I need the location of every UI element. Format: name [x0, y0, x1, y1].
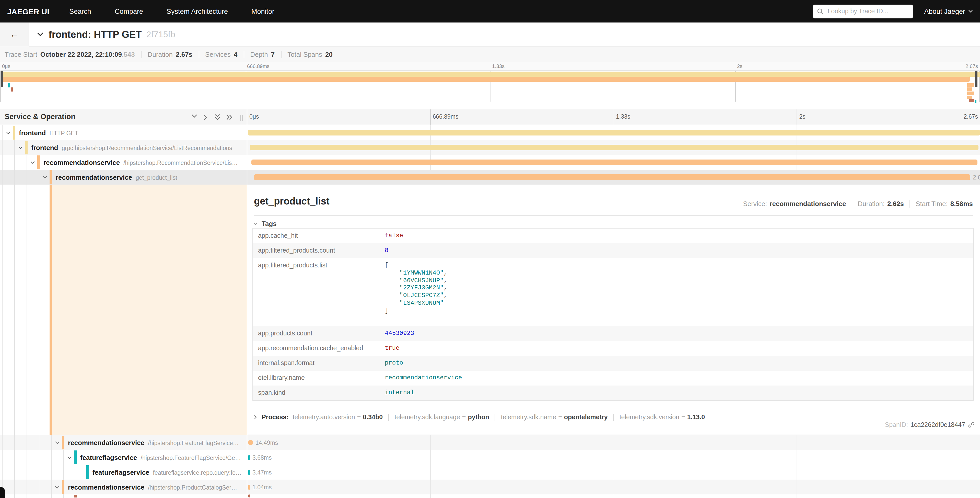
- tag-row[interactable]: app.products.count44530923: [253, 326, 974, 341]
- collapse-one-icon[interactable]: [191, 114, 198, 119]
- title-divider: [254, 215, 973, 216]
- stat-separator: [199, 51, 199, 58]
- span-service-name[interactable]: frontendHTTP GET: [19, 129, 78, 137]
- trace-minimap[interactable]: [0, 70, 980, 102]
- span-duration-bar[interactable]: [248, 469, 250, 475]
- indent-guide: [39, 450, 39, 465]
- indent-guide: [27, 170, 27, 185]
- span-timeline-cell[interactable]: [247, 495, 980, 498]
- chevron-down-icon: [968, 10, 973, 13]
- service-operation-header: Service & Operation: [5, 112, 75, 121]
- trace-id-lookup-input[interactable]: [826, 7, 909, 15]
- indent-guide: [76, 465, 76, 480]
- span-rows-area: frontendHTTP GETfrontendgrpc.hipstershop…: [0, 125, 980, 498]
- minimap-left-scrubber[interactable]: [1, 71, 3, 87]
- indent-guide: [39, 480, 39, 495]
- span-service-name[interactable]: featureflagservicefeatureflagservice.rep…: [92, 468, 242, 476]
- span-duration-bar[interactable]: [251, 160, 977, 165]
- span-timeline-cell[interactable]: [247, 125, 980, 140]
- indent-guide: [51, 435, 52, 450]
- span-service-name[interactable]: frontendgrpc.hipstershop.RecommendationS…: [31, 144, 232, 152]
- expand-all-icon[interactable]: [226, 114, 233, 121]
- app-logo[interactable]: JAEGER UI: [0, 7, 57, 16]
- link-icon[interactable]: [968, 421, 975, 428]
- tag-row[interactable]: app.filtered_products.list[ "1YMWWN1N4O"…: [253, 258, 974, 326]
- collapse-all-icon[interactable]: [214, 114, 221, 121]
- column-resize-handle[interactable]: [240, 115, 243, 121]
- indent-guide: [27, 465, 27, 480]
- span-row[interactable]: recommendationservice/hipstershop.Produc…: [0, 480, 980, 495]
- span-service-name[interactable]: recommendationservice/hipstershop.Recomm…: [43, 158, 238, 166]
- tag-row[interactable]: app.filtered_products.count8: [253, 243, 974, 258]
- span-duration-bar[interactable]: [248, 484, 250, 490]
- span-toggle-chevron-icon[interactable]: [6, 130, 11, 135]
- process-row[interactable]: Process:telemetry.auto.version=0.34b0tel…: [253, 412, 705, 423]
- tag-row[interactable]: otel.library.namerecommendationservice: [253, 371, 974, 386]
- expand-one-icon[interactable]: [204, 114, 208, 121]
- span-toggle-chevron-icon[interactable]: [55, 484, 60, 490]
- span-duration-bar[interactable]: [254, 174, 970, 180]
- trace-id-lookup[interactable]: [813, 4, 913, 18]
- span-row[interactable]: featureflagservice/hipstershop.FeatureFl…: [0, 450, 980, 465]
- minimap-span-mark: [967, 91, 974, 95]
- nav-item-system-architecture[interactable]: System Architecture: [155, 7, 240, 15]
- tag-row[interactable]: app.cache_hitfalse: [253, 228, 974, 243]
- tag-row[interactable]: internal.span.formatproto: [253, 356, 974, 371]
- tag-row[interactable]: span.kindinternal: [253, 386, 974, 401]
- span-row[interactable]: [0, 495, 980, 498]
- tags-section-header[interactable]: Tags: [253, 220, 277, 228]
- span-operation-name: /hipstershop.RecommendationService/Lis…: [123, 160, 238, 166]
- span-service-name[interactable]: recommendationservice/hipstershop.Produc…: [68, 483, 237, 491]
- span-timeline-cell[interactable]: 14.49ms: [247, 435, 980, 450]
- span-duration-label: 3.68ms: [252, 454, 272, 460]
- minimap-right-scrubber[interactable]: [975, 71, 977, 87]
- span-duration-bar[interactable]: [248, 495, 250, 498]
- timeline-gridline: [797, 450, 797, 465]
- nav-item-monitor[interactable]: Monitor: [240, 7, 286, 15]
- span-row[interactable]: frontendgrpc.hipstershop.RecommendationS…: [0, 140, 980, 155]
- span-toggle-chevron-icon[interactable]: [42, 175, 48, 180]
- span-toggle-chevron-icon[interactable]: [55, 440, 60, 445]
- span-timeline-cell[interactable]: [247, 155, 980, 170]
- collapse-title-chevron-icon[interactable]: [37, 32, 44, 37]
- span-row[interactable]: featureflagservicefeatureflagservice.rep…: [0, 465, 980, 480]
- ruler-tick-label: 0μs: [249, 113, 259, 120]
- span-timeline-cell[interactable]: 3.68ms: [247, 450, 980, 465]
- ruler-tick-label: 2s: [799, 113, 805, 120]
- process-separator: [388, 413, 389, 421]
- span-timeline-cell[interactable]: [247, 140, 980, 155]
- nav-item-search[interactable]: Search: [57, 7, 103, 15]
- span-service-color-bar: [86, 465, 89, 479]
- span-duration-bar[interactable]: [248, 440, 253, 445]
- back-button[interactable]: ←: [0, 22, 29, 46]
- span-toggle-chevron-icon[interactable]: [67, 455, 72, 460]
- span-toggle-chevron-icon[interactable]: [30, 160, 35, 165]
- span-row[interactable]: recommendationservice/hipstershop.Recomm…: [0, 155, 980, 170]
- process-value: 1.13.0: [687, 413, 705, 421]
- tag-row[interactable]: app.recommendation.cache_enabledtrue: [253, 341, 974, 356]
- stat-value-ms: .543: [122, 51, 135, 58]
- span-row[interactable]: frontendHTTP GET: [0, 125, 980, 140]
- span-toggle-chevron-icon[interactable]: [18, 145, 23, 150]
- span-row[interactable]: recommendationserviceget_product_list2.6…: [0, 170, 980, 185]
- span-timeline-cell[interactable]: 2.62s: [247, 170, 980, 185]
- span-id-value: 1ca2262df0e18447: [910, 421, 965, 428]
- span-service-name[interactable]: recommendationservice/hipstershop.Featur…: [68, 439, 239, 446]
- about-jaeger-menu[interactable]: About Jaeger: [924, 7, 973, 15]
- span-duration-bar[interactable]: [250, 145, 978, 150]
- span-detail-left-strip: [0, 185, 247, 435]
- span-service-name[interactable]: featureflagservice/hipstershop.FeatureFl…: [80, 453, 241, 461]
- span-timeline-cell[interactable]: 3.47ms: [247, 465, 980, 480]
- timeline-gridline: [613, 480, 614, 495]
- span-duration-bar[interactable]: [248, 130, 980, 136]
- tag-value: false: [385, 232, 403, 240]
- trace-stat: Duration2.67s: [148, 51, 192, 58]
- span-service-name[interactable]: recommendationserviceget_product_list: [56, 173, 177, 181]
- span-duration-bar[interactable]: [248, 455, 250, 460]
- nav-item-compare[interactable]: Compare: [103, 7, 155, 15]
- search-icon: [817, 8, 823, 14]
- process-key: telemetry.sdk.version: [619, 413, 679, 421]
- indent-guide: [39, 170, 39, 185]
- span-timeline-cell[interactable]: 1.04ms: [247, 480, 980, 495]
- span-row[interactable]: recommendationservice/hipstershop.Featur…: [0, 435, 980, 450]
